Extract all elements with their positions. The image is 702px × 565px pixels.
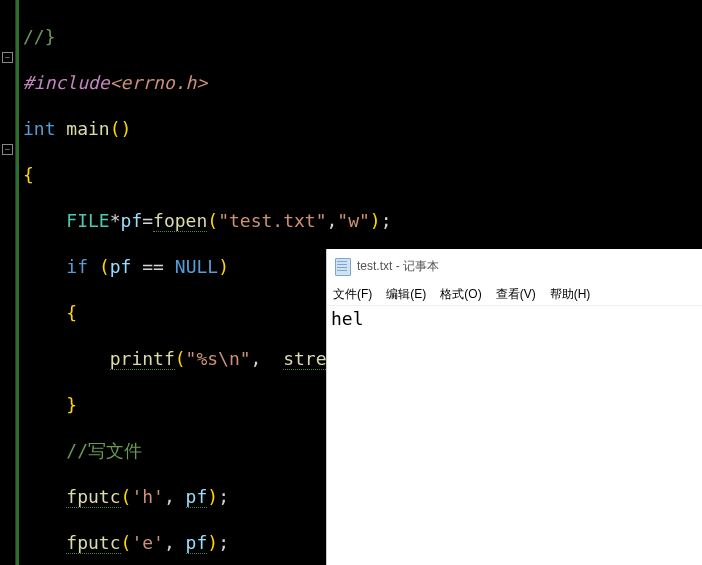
function-call: printf bbox=[110, 348, 175, 370]
keyword: int bbox=[23, 118, 56, 139]
header-name: <errno.h> bbox=[110, 72, 208, 93]
menu-view[interactable]: 查看(V) bbox=[496, 286, 536, 303]
comment: //写文件 bbox=[66, 440, 142, 461]
menu-file[interactable]: 文件(F) bbox=[333, 286, 372, 303]
menu-format[interactable]: 格式(O) bbox=[440, 286, 481, 303]
type: FILE bbox=[66, 210, 109, 231]
comment: //} bbox=[23, 26, 56, 47]
function-call: fputc bbox=[66, 532, 120, 554]
menu-edit[interactable]: 编辑(E) bbox=[386, 286, 426, 303]
fold-gutter: − − bbox=[0, 0, 16, 565]
function-name: main bbox=[66, 118, 109, 139]
notepad-titlebar[interactable]: test.txt - 记事本 bbox=[327, 249, 702, 283]
preprocessor: #include bbox=[23, 72, 110, 93]
notepad-title: test.txt - 记事本 bbox=[357, 258, 439, 275]
menu-help[interactable]: 帮助(H) bbox=[550, 286, 591, 303]
notepad-menubar: 文件(F) 编辑(E) 格式(O) 查看(V) 帮助(H) bbox=[327, 283, 702, 306]
fold-toggle[interactable]: − bbox=[2, 52, 13, 63]
fold-toggle[interactable]: − bbox=[2, 144, 13, 155]
notepad-icon bbox=[335, 258, 351, 274]
notepad-window: test.txt - 记事本 文件(F) 编辑(E) 格式(O) 查看(V) 帮… bbox=[326, 249, 702, 565]
function-call: fopen bbox=[153, 210, 207, 232]
brace: { bbox=[23, 164, 34, 185]
notepad-content[interactable]: hel bbox=[327, 306, 702, 331]
function-call: fputc bbox=[66, 486, 120, 508]
keyword: if bbox=[66, 256, 88, 277]
